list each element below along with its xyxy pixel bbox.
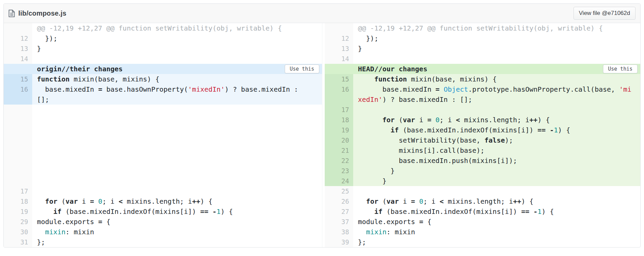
conflict-code-line: 15 function mixin(base, mixins) { (325, 74, 640, 84)
line-number: 16 (4, 84, 32, 94)
conflict-code-line: 16 base.mixedIn = base.hasOwnProperty('m… (4, 84, 322, 94)
code-line: 12 }); (4, 33, 322, 43)
line-number: 22 (325, 156, 353, 166)
code-line: 29module.exports = { (4, 217, 322, 227)
line-number: 15 (325, 74, 353, 84)
conflict-label: origin//their changes (37, 65, 123, 73)
line-number: 23 (325, 166, 353, 176)
line-number (325, 94, 353, 105)
code-text: mixin: mixin (353, 227, 640, 237)
conflict-code-line: 16 base.mixedIn = Object.prototype.hasOw… (325, 84, 640, 94)
conflict-code-line: 18 for (var i = 0; i < mixins.length; i+… (325, 115, 640, 125)
line-number: 20 (325, 135, 353, 145)
code-text: base.mixedIn = base.hasOwnProperty('mixe… (32, 84, 322, 94)
code-text: mixin: mixin (32, 227, 322, 237)
code-line: 14 (325, 54, 640, 64)
code-line: 19 if (base.mixedIn.indexOf(mixins[i]) =… (4, 206, 322, 217)
code-text: for (var i = 0; i < mixins.length; i++) … (32, 196, 322, 206)
hunk-header: @@ -12,19 +12,27 @@ function setWritabil… (4, 23, 322, 33)
code-text: if (base.mixedIn.indexOf(mixins[i]) == -… (32, 206, 322, 217)
conflict-code-line: 17 (325, 105, 640, 115)
conflict-code-line: 22 base.mixedIn.push(mixins[i]); (325, 156, 640, 166)
line-number: 37 (325, 217, 353, 227)
conflict-code-line: 19 if (base.mixedIn.indexOf(mixins[i]) =… (325, 125, 640, 135)
code-text: module.exports = { (353, 217, 640, 227)
code-text: base.mixedIn = Object.prototype.hasOwnPr… (353, 84, 640, 94)
conflict-code-line: 21 mixins[i].call(base); (325, 145, 640, 156)
line-number: 17 (4, 186, 32, 196)
code-text (32, 186, 322, 196)
code-line: 13} (325, 43, 640, 54)
line-number: 21 (325, 145, 353, 156)
diff-body: @@ -12,19 +12,27 @@ function setWritabil… (4, 23, 640, 247)
conflict-code-line: 23 } (325, 166, 640, 176)
line-number: 14 (325, 54, 353, 64)
code-text: setWritability(base, false); (353, 135, 640, 145)
code-line: 39}; (325, 237, 640, 247)
file-header: lib/compose.js View file @e71062d (4, 4, 640, 23)
line-number: 31 (4, 237, 32, 247)
code-text: @@ -12,19 +12,27 @@ function setWritabil… (353, 23, 640, 33)
code-line: 18 for (var i = 0; i < mixins.length; i+… (4, 196, 322, 206)
code-line: 12 }); (325, 33, 640, 43)
code-line: 37module.exports = { (325, 217, 640, 227)
code-text: xedIn') ? base.mixedIn : []; (353, 94, 640, 105)
code-text: for (var i = 0; i < mixins.length; i++) … (353, 196, 640, 206)
line-number: 30 (4, 227, 32, 237)
diff-pane-ours: @@ -12,19 +12,27 @@ function setWritabil… (322, 23, 640, 247)
code-text (32, 54, 322, 64)
use-this-button[interactable]: Use this (285, 65, 319, 73)
line-number: 12 (325, 33, 353, 43)
file-title: lib/compose.js (8, 10, 66, 17)
line-number (4, 94, 32, 105)
line-number: 14 (4, 54, 32, 64)
code-text: if (base.mixedIn.indexOf(mixins[i]) == -… (353, 206, 640, 217)
conflict-code-line: 15function mixin(base, mixins) { (4, 74, 322, 84)
use-this-button[interactable]: Use this (603, 65, 638, 73)
code-line: 13} (4, 43, 322, 54)
line-number (325, 23, 353, 33)
line-number (4, 105, 32, 186)
code-text: for (var i = 0; i < mixins.length; i++) … (353, 115, 640, 125)
conflict-header: HEAD//our changesUse this (325, 64, 640, 74)
code-text: function mixin(base, mixins) { (32, 74, 322, 84)
line-number: 19 (325, 125, 353, 135)
code-text: module.exports = { (32, 217, 322, 227)
line-number: 12 (4, 33, 32, 43)
code-line: 25 (325, 186, 640, 196)
code-line: 31}; (4, 237, 322, 247)
view-file-button[interactable]: View file @e71062d (573, 7, 636, 20)
line-number: 13 (4, 43, 32, 54)
hunk-header: @@ -12,19 +12,27 @@ function setWritabil… (325, 23, 640, 33)
line-number: 25 (325, 186, 353, 196)
file-icon (8, 10, 15, 17)
code-line: 26 for (var i = 0; i < mixins.length; i+… (325, 196, 640, 206)
conflict-code-line: 20 setWritability(base, false); (325, 135, 640, 145)
code-text: }; (32, 237, 322, 247)
code-line: 27 if (base.mixedIn.indexOf(mixins[i]) =… (325, 206, 640, 217)
filler-region (4, 105, 322, 186)
conflict-code-line: []; (4, 94, 322, 105)
line-number: 13 (325, 43, 353, 54)
code-text (353, 54, 640, 64)
file-diff-widget: lib/compose.js View file @e71062d @@ -12… (3, 3, 641, 248)
code-text (32, 105, 322, 186)
line-number: 19 (4, 206, 32, 217)
code-line: 38 mixin: mixin (325, 227, 640, 237)
code-text: } (353, 166, 640, 176)
code-text: function mixin(base, mixins) { (353, 74, 640, 84)
code-text (353, 105, 640, 115)
code-text: @@ -12,19 +12,27 @@ function setWritabil… (32, 23, 322, 33)
page: lib/compose.js View file @e71062d @@ -12… (0, 0, 644, 248)
code-line: 14 (4, 54, 322, 64)
code-line: 17 (4, 186, 322, 196)
code-text: }); (32, 33, 322, 43)
line-number: 26 (325, 196, 353, 206)
line-number: 15 (4, 74, 32, 84)
code-text (353, 186, 640, 196)
conflict-header: origin//their changesUse this (4, 64, 322, 74)
conflict-label: HEAD//our changes (358, 65, 427, 73)
code-text: } (353, 43, 640, 54)
code-text: []; (32, 94, 322, 105)
line-number: 29 (4, 217, 32, 227)
